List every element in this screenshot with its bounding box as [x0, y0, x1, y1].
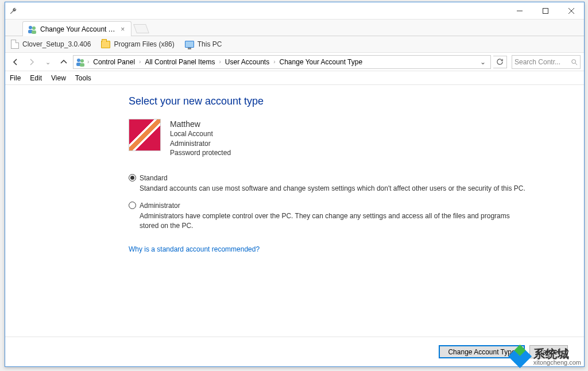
bookmark-item[interactable]: Program Files (x86) — [101, 40, 174, 48]
breadcrumb-item[interactable]: Change Your Account Type — [278, 58, 365, 66]
back-button[interactable] — [9, 55, 22, 69]
bookmark-item[interactable]: This PC — [185, 40, 222, 48]
svg-point-1 — [29, 26, 32, 29]
arrow-up-icon — [60, 58, 68, 66]
tab-strip: Change Your Account Type × — [5, 20, 584, 36]
option-description: Administrators have complete control ove… — [140, 211, 531, 231]
new-tab-button[interactable] — [133, 24, 149, 33]
user-password-status: Password protected — [170, 149, 231, 158]
file-icon — [11, 40, 19, 49]
search-placeholder: Search Contr... — [514, 58, 571, 66]
tab-title: Change Your Account Type — [40, 25, 115, 33]
chevron-right-icon: › — [86, 59, 90, 65]
watermark-title: 系统城 — [533, 348, 581, 360]
button-row: Change Account Type Cancel — [5, 337, 584, 366]
svg-point-5 — [77, 59, 80, 62]
refresh-button[interactable] — [493, 56, 507, 68]
option-label: Standard — [140, 174, 168, 182]
bookmark-label: This PC — [198, 40, 222, 48]
search-icon — [571, 59, 578, 65]
watermark-logo-icon — [510, 347, 530, 366]
user-avatar — [129, 119, 161, 151]
breadcrumb-item[interactable]: User Accounts — [223, 58, 271, 66]
bookmark-label: Program Files (x86) — [114, 40, 174, 48]
chevron-right-icon: › — [218, 59, 222, 65]
menu-edit[interactable]: Edit — [30, 74, 42, 82]
content-pane: Select your new account type Matthew Loc… — [5, 85, 584, 337]
user-role: Administrator — [170, 140, 231, 149]
app-wrench-icon — [9, 6, 18, 16]
bookmark-label: Clover_Setup_3.0.406 — [22, 40, 91, 48]
option-administrator: Administrator Administrators have comple… — [129, 202, 531, 231]
radio-administrator[interactable]: Administrator — [129, 202, 531, 210]
up-button[interactable] — [57, 55, 71, 69]
chevron-right-icon: › — [138, 59, 142, 65]
pc-icon — [185, 41, 194, 48]
minimize-button[interactable] — [506, 2, 532, 19]
user-accounts-icon — [76, 57, 85, 67]
address-bar[interactable]: › Control Panel › All Control Panel Item… — [73, 55, 491, 69]
user-summary: Matthew Local Account Administrator Pass… — [129, 119, 572, 158]
close-button[interactable] — [558, 2, 584, 19]
titlebar — [5, 2, 584, 20]
menu-view[interactable]: View — [51, 74, 66, 82]
radio-icon — [129, 202, 136, 209]
arrow-left-icon — [11, 58, 20, 66]
tab-close-icon[interactable]: × — [119, 25, 126, 33]
forward-button[interactable] — [25, 55, 38, 69]
user-accounts-icon — [28, 25, 37, 34]
breadcrumb-item[interactable]: All Control Panel Items — [143, 58, 216, 66]
watermark: 系统城 xitongcheng.com — [510, 347, 581, 366]
search-input[interactable]: Search Contr... — [512, 55, 581, 69]
chevron-right-icon: › — [272, 59, 276, 65]
address-dropdown[interactable]: ⌄ — [478, 58, 488, 66]
svg-point-6 — [80, 59, 84, 63]
svg-point-9 — [572, 59, 576, 63]
arrow-right-icon — [28, 58, 36, 66]
svg-point-2 — [32, 26, 36, 30]
help-link[interactable]: Why is a standard account recommended? — [129, 245, 260, 253]
recent-dropdown[interactable]: ⌄ — [41, 55, 55, 69]
bookmarks-bar: Clover_Setup_3.0.406 Program Files (x86)… — [5, 36, 584, 53]
menu-bar: File Edit View Tools — [5, 71, 584, 85]
page-heading: Select your new account type — [129, 95, 572, 107]
svg-rect-4 — [32, 30, 36, 34]
option-standard: Standard Standard accounts can use most … — [129, 174, 531, 194]
navigation-row: ⌄ › Control Panel › All Control Panel It… — [5, 53, 584, 71]
user-name: Matthew — [170, 119, 231, 129]
user-account-type: Local Account — [170, 130, 231, 139]
maximize-button[interactable] — [532, 2, 558, 19]
svg-rect-0 — [543, 8, 548, 13]
folder-icon — [101, 41, 110, 48]
refresh-icon — [496, 58, 504, 65]
bookmark-item[interactable]: Clover_Setup_3.0.406 — [11, 40, 91, 49]
watermark-subtitle: xitongcheng.com — [533, 360, 581, 366]
browser-tab[interactable]: Change Your Account Type × — [22, 21, 131, 36]
svg-rect-8 — [80, 63, 84, 67]
radio-standard[interactable]: Standard — [129, 174, 531, 182]
chevron-down-icon: ⌄ — [44, 59, 52, 66]
window-frame: Change Your Account Type × Clover_Setup_… — [5, 2, 585, 367]
menu-file[interactable]: File — [10, 74, 21, 82]
radio-icon — [129, 174, 136, 181]
menu-tools[interactable]: Tools — [75, 74, 91, 82]
option-description: Standard accounts can use most software … — [140, 184, 531, 194]
user-info: Matthew Local Account Administrator Pass… — [170, 119, 231, 158]
breadcrumb-item[interactable]: Control Panel — [91, 58, 137, 66]
option-label: Administrator — [140, 202, 180, 210]
